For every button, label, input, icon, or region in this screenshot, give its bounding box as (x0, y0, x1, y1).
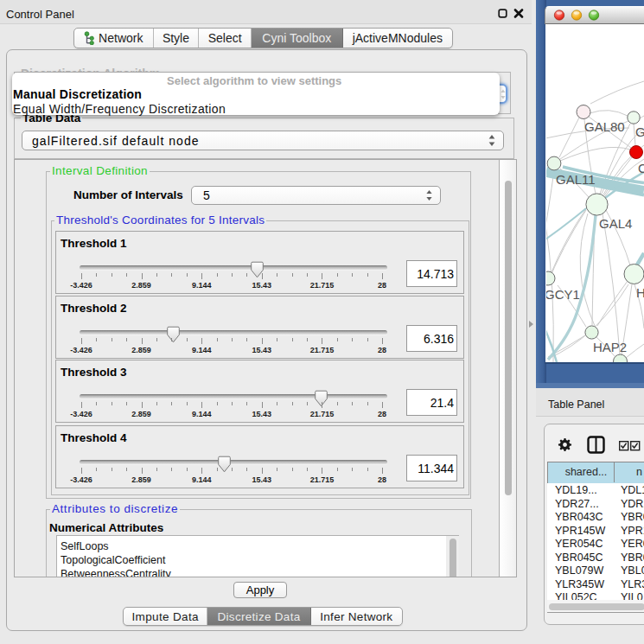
svg-text:GCY1: GCY1 (546, 287, 580, 302)
svg-text:GAL11: GAL11 (556, 172, 596, 187)
svg-text:GAL4: GAL4 (599, 216, 632, 231)
svg-text:C: C (638, 161, 644, 175)
svg-text:H: H (636, 285, 644, 300)
svg-text:HAP2: HAP2 (593, 340, 627, 354)
svg-text:GAL80: GAL80 (584, 119, 625, 134)
svg-text:GA: GA (635, 124, 644, 139)
